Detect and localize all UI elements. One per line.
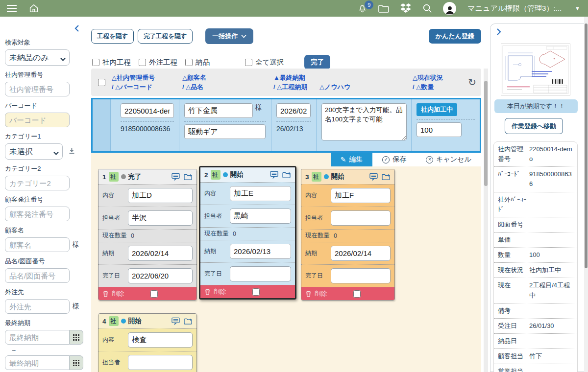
item-value-input[interactable] (184, 124, 266, 139)
done-input[interactable] (128, 268, 193, 283)
delivery-checkbox[interactable] (185, 59, 193, 66)
content-input[interactable] (128, 332, 193, 348)
barcode-input[interactable] (5, 113, 70, 127)
refresh-icon[interactable]: ↻ (468, 76, 481, 88)
checkbox-external-process[interactable]: 外注工程 (139, 58, 177, 67)
detail-label: 社内管理番号 (498, 144, 529, 164)
column-final-due[interactable]: ▲最終納期/ △工程納期 (273, 73, 319, 92)
column-status-qty[interactable]: △現在状況/ △数量 (413, 73, 467, 92)
trash-icon[interactable] (305, 290, 312, 297)
column-knowhow[interactable]: △ノウハウ (319, 72, 413, 92)
folder-icon[interactable] (378, 3, 390, 13)
item-name-input[interactable] (5, 268, 70, 283)
staff-input[interactable] (128, 355, 193, 370)
save-button[interactable]: ✓ 保存 (372, 153, 416, 166)
comment-icon[interactable] (270, 171, 278, 179)
process-card-4[interactable]: 4 社 開始 内容 担当者 (98, 313, 197, 372)
delete-checkbox[interactable] (252, 288, 260, 296)
category1-select[interactable]: 未選択 (5, 143, 63, 160)
search-target-select[interactable]: 未納品のみ (5, 49, 70, 66)
internal-no-value-input[interactable] (121, 103, 174, 118)
add-folder-icon[interactable] (282, 171, 291, 179)
expand-panel-icon[interactable] (495, 28, 502, 38)
column-customer-item[interactable]: △顧客名/ △品名 (182, 73, 273, 92)
knowhow-textarea[interactable]: 200文字まで入力可能。品名100文字まで可能 (321, 103, 407, 140)
final-due-to-input[interactable] (5, 355, 70, 370)
content-input[interactable] (331, 188, 391, 203)
external-process-checkbox[interactable] (139, 59, 146, 66)
staff-input[interactable] (331, 210, 391, 226)
easy-register-button[interactable]: かんたん登録 (429, 29, 481, 44)
staff-input[interactable] (128, 210, 193, 226)
cancel-label: キャンセル (436, 155, 471, 164)
bulk-action-button[interactable]: 一括操作 (205, 28, 253, 44)
home-icon[interactable] (28, 3, 39, 14)
column-internal-no-barcode[interactable]: △社内管理番号/ △バーコード (112, 73, 182, 92)
subcontractor-input[interactable] (5, 299, 70, 314)
internal-process-checkbox[interactable] (92, 59, 99, 66)
customer-value-input[interactable] (184, 103, 253, 118)
process-card-1[interactable]: 1 社 完了 内容 担当者 現在数量0 納期 完了日 削除 (98, 169, 197, 301)
final-due-value-input[interactable] (276, 103, 311, 118)
hide-process-button[interactable]: 工程を隠す (91, 29, 134, 44)
customer-order-no-input[interactable] (5, 207, 70, 221)
header-select-checkbox[interactable] (98, 79, 105, 86)
drawing-thumbnail[interactable] (501, 44, 570, 95)
window-scrollbar-thumb[interactable] (585, 23, 588, 268)
search-icon[interactable] (422, 3, 433, 14)
content-input[interactable] (230, 186, 291, 201)
trash-icon[interactable] (102, 290, 109, 297)
process-card-3[interactable]: 3 社 開始 内容 担当者 現在数量0 納期 完了日 削除 (301, 169, 395, 301)
detail-row: 単価 (494, 232, 577, 248)
internal-type-badge: 社 (312, 172, 321, 182)
checkbox-delivery[interactable]: 納品 (185, 58, 210, 67)
hide-completed-process-button[interactable]: 完了工程を隠す (138, 29, 193, 44)
checkbox-select-all[interactable]: 全て選択 (245, 58, 284, 67)
process-card-2[interactable]: 2 社 開始 内容 担当者 現在数量0 納期 完了日 削除 (199, 166, 296, 300)
category2-input[interactable] (5, 176, 70, 190)
checkbox-internal-process[interactable]: 社内工程 (92, 58, 131, 67)
delete-checkbox[interactable] (150, 290, 158, 298)
comment-icon[interactable] (369, 173, 378, 181)
add-folder-icon[interactable] (184, 318, 193, 325)
done-input[interactable] (230, 266, 291, 281)
due-input[interactable] (331, 246, 391, 261)
category-expand-icon[interactable] (69, 147, 75, 156)
content-input[interactable] (128, 188, 193, 203)
edit-mode-button[interactable]: ✎ 編集 (331, 153, 373, 166)
collapse-sidebar-icon[interactable] (74, 24, 80, 34)
main-scrollbar-thumb[interactable] (484, 81, 488, 186)
calendar-picker-icon[interactable] (70, 355, 83, 370)
customer-name-input[interactable] (5, 237, 70, 252)
comment-icon[interactable] (172, 317, 180, 325)
add-folder-icon[interactable] (184, 173, 193, 181)
due-input[interactable] (128, 246, 193, 261)
final-due-from-input[interactable] (5, 330, 70, 345)
current-qty-label: 現在数量 (305, 232, 330, 240)
cancel-button[interactable]: × キャンセル (416, 153, 481, 166)
detail-value: 22050014-demo (529, 144, 573, 164)
due-label: 納期 (305, 249, 331, 257)
chevron-down-icon[interactable]: ▼ (575, 5, 580, 11)
due-input[interactable] (230, 244, 291, 259)
done-input[interactable] (331, 268, 391, 283)
trash-icon[interactable] (204, 288, 211, 295)
comment-icon[interactable] (172, 173, 180, 181)
add-folder-icon[interactable] (382, 173, 391, 181)
dropbox-icon[interactable] (400, 3, 412, 14)
complete-button[interactable]: 完了 (304, 55, 330, 70)
user-avatar[interactable] (443, 2, 456, 15)
detail-value: 社内加工中 (529, 265, 573, 275)
staff-input[interactable] (230, 209, 291, 224)
hamburger-menu-icon[interactable] (6, 3, 18, 13)
select-all-checkbox[interactable] (245, 59, 252, 66)
delete-checkbox[interactable] (353, 290, 361, 298)
process-status: 開始 (128, 317, 142, 326)
quantity-value-input[interactable] (416, 122, 462, 137)
table-row[interactable]: 9185000008636 様 26/02/13 200文字まで入力可能。品名1… (91, 98, 481, 153)
move-to-work-register-button[interactable]: 作業登録へ移動 (505, 118, 563, 134)
calendar-picker-icon[interactable] (70, 330, 83, 345)
internal-no-input[interactable] (5, 82, 70, 96)
notifications-bell-icon[interactable]: 9 (357, 3, 368, 14)
account-menu-label[interactable]: マニュアル権限（管理3）:... (467, 4, 562, 13)
